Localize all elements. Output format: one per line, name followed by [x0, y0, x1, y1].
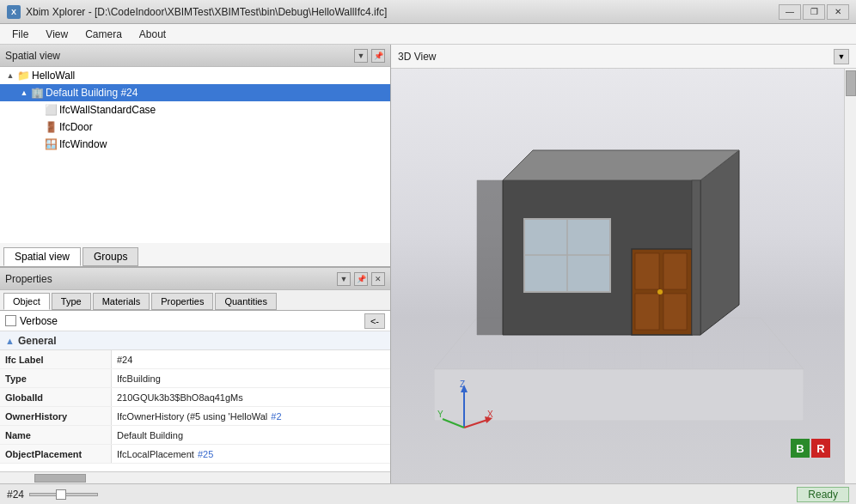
window-title: Xbim Xplorer - [D:\CodeIndoor\XBIMTest\X… [26, 6, 387, 18]
expand-icon-building[interactable]: ▲ [17, 86, 31, 100]
prop-row-globalid: GlobalId 210GQUk3b3$BhO8aq41gMs [0, 388, 390, 407]
svg-line-23 [443, 419, 464, 428]
svg-text:Y: Y [437, 410, 443, 419]
tree-item-hellowall[interactable]: ▲ 📁 HelloWall [0, 67, 390, 84]
menu-camera[interactable]: Camera [76, 25, 131, 44]
view3d-dropdown[interactable]: ▼ [834, 49, 849, 64]
status-ready-indicator: Ready [797, 487, 849, 502]
tab-materials[interactable]: Materials [93, 293, 150, 310]
axis-indicator: Z X Y [434, 380, 494, 440]
window-controls: — ❐ ✕ [779, 4, 849, 20]
building-icon: 🏢 [31, 87, 43, 99]
props-horizontal-scrollbar[interactable] [0, 471, 390, 483]
tab-object[interactable]: Object [3, 293, 50, 310]
general-section-header[interactable]: ▲ General [0, 331, 390, 350]
view-tab-area: Spatial view Groups [0, 243, 390, 267]
props-drop-btn[interactable]: ▼ [337, 272, 351, 286]
title-bar: X Xbim Xplorer - [D:\CodeIndoor\XBIMTest… [0, 0, 856, 24]
app-icon: X [7, 5, 21, 19]
expand-icon-door [31, 120, 45, 134]
ownerhistory-link[interactable]: #2 [271, 411, 281, 422]
tree-label-window: IfcWindow [59, 138, 107, 150]
verbose-label: Verbose [20, 315, 58, 327]
door-icon: 🚪 [45, 121, 57, 133]
tree-label-wall: IfcWallStandardCase [59, 104, 156, 116]
properties-tabs: Object Type Materials Properties Quantit… [0, 290, 390, 311]
prop-val-objectplacement: IfcLocalPlacement #25 [112, 445, 390, 463]
view3d-panel: 3D View ▼ [391, 45, 856, 483]
prop-val-type: IfcBuilding [112, 369, 390, 387]
menu-bar: File View Camera About [0, 24, 856, 45]
objectplacement-link[interactable]: #25 [198, 449, 213, 459]
expand-icon-hellowall[interactable]: ▲ [3, 69, 17, 82]
tab-properties[interactable]: Properties [151, 293, 213, 310]
view3d-canvas[interactable]: Z X Y B R [391, 69, 856, 483]
svg-marker-4 [503, 150, 739, 180]
props-toolbar: Verbose <- [0, 311, 390, 331]
svg-text:X: X [487, 410, 493, 419]
prop-key-ownerhistory: OwnerHistory [0, 407, 112, 425]
bim-letter-b: B [791, 439, 810, 458]
menu-file[interactable]: File [3, 25, 37, 44]
tree-item-ifcwall[interactable]: ⬜ IfcWallStandardCase [0, 101, 390, 118]
svg-rect-14 [663, 294, 687, 330]
svg-point-15 [657, 289, 663, 295]
props-close-btn[interactable]: ✕ [371, 272, 385, 286]
building-3d [434, 94, 804, 421]
props-pin-btn[interactable]: 📌 [354, 272, 368, 286]
spatial-view-panel: Spatial view ▼ 📌 ▲ 📁 HelloWall ▲ 🏢 Defa [0, 45, 390, 268]
minimize-button[interactable]: — [779, 4, 801, 20]
menu-view[interactable]: View [37, 25, 76, 44]
view3d-scrollbar[interactable] [844, 69, 856, 483]
section-collapse-icon: ▲ [5, 336, 15, 346]
tree-item-ifcwindow[interactable]: 🪟 IfcWindow [0, 136, 390, 153]
spatial-panel-header: Spatial view ▼ 📌 [0, 45, 390, 67]
spatial-drop-btn[interactable]: ▼ [354, 49, 368, 63]
spatial-panel-title: Spatial view [5, 50, 60, 62]
status-right: Ready [797, 487, 849, 502]
prop-key-name: Name [0, 426, 112, 444]
prop-row-objectplacement: ObjectPlacement IfcLocalPlacement #25 [0, 445, 390, 464]
tab-quantities[interactable]: Quantities [215, 293, 277, 310]
prop-key-type: Type [0, 369, 112, 387]
props-header-actions: ▼ 📌 ✕ [337, 272, 385, 286]
tab-type[interactable]: Type [52, 293, 91, 310]
prop-val-ownerhistory: IfcOwnerHistory (#5 using 'HelloWal #2 [112, 407, 390, 425]
svg-text:Z: Z [460, 380, 465, 389]
prop-key-globalid: GlobalId [0, 388, 112, 406]
status-slider[interactable] [29, 493, 98, 496]
status-id: #24 [7, 489, 24, 501]
tab-spatial-view[interactable]: Spatial view [3, 247, 81, 266]
prop-key-objectplacement: ObjectPlacement [0, 445, 112, 463]
status-left: #24 [7, 489, 98, 501]
tree-item-defaultbuilding[interactable]: ▲ 🏢 Default Building #24 [0, 84, 390, 101]
verbose-checkbox[interactable] [5, 315, 16, 326]
menu-about[interactable]: About [131, 25, 174, 44]
svg-rect-13 [663, 253, 687, 289]
main-layout: Spatial view ▼ 📌 ▲ 📁 HelloWall ▲ 🏢 Defa [0, 45, 856, 483]
spatial-tree[interactable]: ▲ 📁 HelloWall ▲ 🏢 Default Building #24 ⬜… [0, 67, 390, 243]
collapse-button[interactable]: <- [364, 313, 385, 329]
general-section-label: General [18, 335, 57, 347]
prop-row-ownerhistory: OwnerHistory IfcOwnerHistory (#5 using '… [0, 407, 390, 426]
svg-rect-12 [635, 294, 659, 330]
status-bar: #24 Ready [0, 483, 856, 504]
properties-panel: Properties ▼ 📌 ✕ Object Type Materials P… [0, 268, 390, 483]
tree-label-door: IfcDoor [59, 121, 93, 133]
prop-val-ifclabel: #24 [112, 350, 390, 368]
properties-body: ▲ General Ifc Label #24 Type IfcBuilding… [0, 331, 390, 471]
svg-marker-5 [477, 180, 503, 335]
bim-letter-r: R [811, 439, 830, 458]
svg-marker-3 [700, 150, 739, 335]
verbose-checkbox-group: Verbose [5, 315, 58, 327]
tab-groups[interactable]: Groups [83, 247, 138, 266]
restore-button[interactable]: ❐ [803, 4, 825, 20]
spatial-pin-btn[interactable]: 📌 [371, 49, 385, 63]
tree-label-hellowall: HelloWall [32, 70, 75, 82]
tree-item-ifcdoor[interactable]: 🚪 IfcDoor [0, 118, 390, 136]
expand-icon-wall [31, 103, 45, 117]
tree-label-building: Default Building #24 [46, 87, 138, 99]
slider-thumb[interactable] [56, 489, 66, 500]
close-button[interactable]: ✕ [827, 4, 849, 20]
svg-rect-11 [635, 253, 659, 289]
